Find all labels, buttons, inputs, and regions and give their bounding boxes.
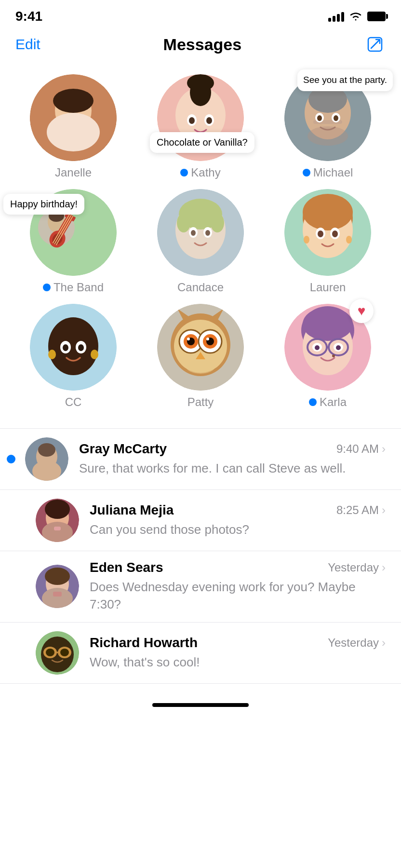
pinned-row-2: Happy birthday! [0, 184, 401, 299]
svg-point-97 [45, 500, 70, 519]
richard-avatar [36, 631, 79, 675]
juliana-avatar [36, 499, 79, 542]
contact-name-patty: Patty [187, 395, 214, 409]
juliana-preview: Can you send those photos? [90, 521, 386, 538]
svg-rect-99 [54, 527, 61, 530]
pinned-contact-janelle[interactable]: Janelle [18, 74, 129, 179]
richard-preview: Wow, that's so cool! [90, 653, 386, 671]
richard-time: Yesterday › [328, 636, 386, 650]
svg-point-13 [206, 117, 212, 124]
svg-point-88 [315, 345, 320, 350]
pinned-row-1: Janelle Chocolate or Vanilla? [0, 69, 401, 184]
michael-unread-dot [303, 169, 310, 176]
contact-name-theband: The Band [43, 281, 104, 294]
edit-button[interactable]: Edit [15, 36, 40, 53]
wifi-icon [349, 11, 362, 22]
pinned-row-3: CC [0, 299, 401, 414]
juliana-name: Juliana Mejia [90, 502, 174, 518]
eden-preview: Does Wednesday evening work for you? May… [90, 578, 386, 613]
svg-point-42 [191, 230, 196, 236]
eden-time: Yesterday › [328, 561, 386, 574]
eden-name: Eden Sears [90, 560, 163, 575]
svg-point-52 [318, 231, 323, 237]
svg-point-63 [78, 344, 84, 351]
message-item-gray[interactable]: Gray McCarty 9:40 AM › Sure, that works … [0, 428, 401, 489]
kathy-unread-dot [180, 169, 188, 176]
svg-point-57 [50, 318, 96, 371]
svg-point-102 [45, 568, 70, 585]
contact-name-karla: Karla [309, 395, 347, 409]
gray-time: 9:40 AM › [336, 442, 386, 456]
svg-point-89 [336, 345, 341, 350]
status-bar: 9:41 [0, 0, 401, 29]
svg-point-98 [42, 522, 73, 542]
gray-content: Gray McCarty 9:40 AM › Sure, that works … [79, 441, 386, 477]
pinned-contact-michael[interactable]: See you at the party. [272, 74, 383, 179]
svg-point-111 [60, 649, 69, 656]
svg-point-110 [46, 649, 54, 656]
richard-name: Richard Howarth [90, 635, 198, 651]
juliana-chevron: › [382, 503, 386, 517]
message-item-eden[interactable]: Eden Sears Yesterday › Does Wednesday ev… [0, 551, 401, 622]
contact-name-janelle: Janelle [55, 166, 92, 179]
svg-rect-104 [53, 592, 62, 597]
theband-unread-dot [43, 284, 51, 291]
svg-point-82 [303, 307, 353, 341]
svg-point-38 [177, 213, 190, 232]
richard-content: Richard Howarth Yesterday › Wow, that's … [90, 635, 386, 671]
svg-point-93 [38, 443, 55, 457]
karla-unread-dot [309, 398, 317, 406]
svg-point-59 [91, 350, 98, 359]
contact-name-michael: Michael [303, 166, 353, 179]
gray-avatar [25, 437, 68, 481]
svg-point-21 [334, 115, 338, 121]
kathy-bubble: Chocolate or Vanilla? [150, 132, 254, 153]
svg-point-47 [303, 194, 353, 231]
gray-preview: Sure, that works for me. I can call Stev… [79, 460, 386, 477]
pinned-contact-karla[interactable]: ♥ [272, 304, 383, 409]
eden-avatar [36, 565, 79, 608]
svg-point-90 [332, 354, 335, 357]
pinned-contacts-section: Janelle Chocolate or Vanilla? [0, 65, 401, 423]
nav-bar: Edit Messages [0, 29, 401, 65]
pinned-contact-patty[interactable]: Patty [145, 304, 256, 409]
svg-point-62 [63, 344, 68, 351]
status-time: 9:41 [15, 9, 42, 24]
eden-chevron: › [382, 561, 386, 574]
svg-point-4 [53, 89, 94, 113]
pinned-contact-theband[interactable]: Happy birthday! [18, 189, 129, 294]
michael-bubble: See you at the party. [297, 69, 393, 91]
svg-point-22 [307, 126, 348, 146]
pinned-contact-candace[interactable]: Candace [145, 189, 256, 294]
svg-point-76 [206, 338, 209, 340]
svg-point-75 [187, 338, 190, 340]
svg-point-39 [211, 213, 224, 232]
svg-point-53 [332, 231, 338, 237]
svg-point-78 [186, 359, 215, 374]
svg-point-94 [32, 461, 61, 481]
pinned-contact-cc[interactable]: CC [18, 304, 129, 409]
gray-name: Gray McCarty [79, 441, 167, 457]
gray-chevron: › [382, 442, 386, 456]
message-item-juliana[interactable]: Juliana Mejia 8:25 AM › Can you send tho… [0, 489, 401, 551]
svg-point-12 [189, 117, 195, 124]
band-bubble: Happy birthday! [3, 194, 84, 215]
status-icons [328, 11, 386, 22]
juliana-time: 8:25 AM › [336, 503, 386, 517]
gray-unread-dot [7, 455, 15, 463]
contact-name-candace: Candace [177, 281, 224, 294]
battery-icon [367, 12, 386, 21]
message-item-richard[interactable]: Richard Howarth Yesterday › Wow, that's … [0, 622, 401, 684]
home-indicator [0, 693, 401, 717]
pinned-contact-kathy[interactable]: Chocolate or Vanilla? [145, 74, 256, 179]
contact-name-lauren: Lauren [310, 281, 346, 294]
compose-button[interactable] [364, 34, 386, 55]
svg-point-9 [187, 74, 214, 92]
home-bar [152, 703, 249, 707]
pinned-contact-lauren[interactable]: Lauren [272, 189, 383, 294]
contact-name-cc: CC [65, 395, 82, 409]
page-title: Messages [163, 35, 242, 54]
svg-point-20 [317, 115, 322, 121]
svg-point-5 [47, 113, 100, 151]
eden-content: Eden Sears Yesterday › Does Wednesday ev… [90, 560, 386, 613]
